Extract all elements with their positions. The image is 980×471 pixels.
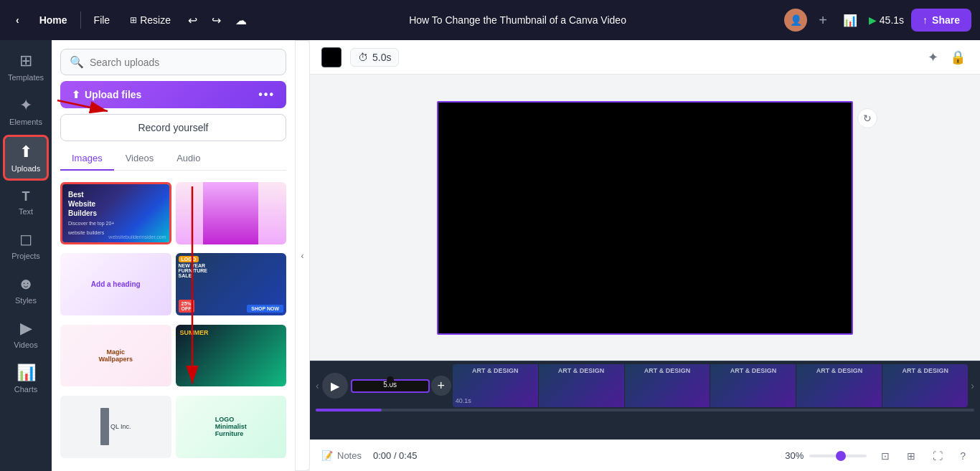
time-counter: 0:00 / 0:45 xyxy=(373,450,417,461)
fit-view-btn[interactable]: ⊡ xyxy=(878,447,892,465)
elements-icon: ✦ xyxy=(19,96,32,115)
grid-item-7[interactable]: QL Inc. xyxy=(60,396,171,458)
grid-item-6[interactable]: SUMMER xyxy=(176,325,287,387)
main-area: ⊞ Templates ✦ Elements ⬆ Uploads T Text … xyxy=(0,40,980,471)
sidebar-label-styles: Styles xyxy=(15,296,37,305)
grid-item-1[interactable]: BestWebsiteBuildersDiscover the top 20+w… xyxy=(60,182,171,244)
templates-icon: ⊞ xyxy=(19,52,32,70)
sidebar-label-charts: Charts xyxy=(14,385,37,394)
nav-home-btn[interactable]: Home xyxy=(32,10,75,30)
timeline: ‹ ▶ 5.0s + ART & DESIGN xyxy=(310,361,980,439)
bottom-bar: 📝 Notes 0:00 / 0:45 30% ⊡ ⊞ ⛶ ? xyxy=(310,439,980,471)
nav-resize-btn[interactable]: ⊞ Resize xyxy=(123,10,178,30)
grid-item-8[interactable]: LOGOMinimalistFurniture xyxy=(176,396,287,458)
art-segment-5: ART & DESIGN xyxy=(796,364,882,407)
timeline-progress-bar-container xyxy=(310,409,980,414)
timeline-right-arrow[interactable]: › xyxy=(971,380,974,391)
upload-more-icon[interactable]: ••• xyxy=(258,88,275,101)
help-btn[interactable]: ? xyxy=(957,447,969,465)
notes-icon: 📝 xyxy=(321,450,333,461)
styles-icon: ☻ xyxy=(17,275,34,293)
analytics-btn[interactable]: 📊 xyxy=(839,9,862,32)
uploads-icon: ⬆ xyxy=(19,143,32,161)
sidebar-item-templates[interactable]: ⊞ Templates xyxy=(3,46,49,87)
share-button[interactable]: ↑ Share xyxy=(911,9,971,32)
magic-wand-btn[interactable]: ✦ xyxy=(925,47,941,68)
add-clip-btn[interactable]: + xyxy=(431,376,451,396)
sidebar-item-charts[interactable]: 📊 Charts xyxy=(3,358,49,399)
toolbar-right: ✦ 🔒 xyxy=(925,47,969,68)
clock-icon: ⏱ xyxy=(358,52,368,63)
canvas-toolbar: ⏱ 5.0s ✦ 🔒 xyxy=(310,40,980,75)
timeline-art-clip[interactable]: ART & DESIGN ART & DESIGN ART & DESIGN A… xyxy=(453,364,969,407)
panel-inner: 🔍 ⬆ Upload files ••• Record yourself Ima… xyxy=(52,40,295,471)
search-icon: 🔍 xyxy=(70,55,84,69)
zoom-slider[interactable] xyxy=(809,455,867,457)
timeline-left-arrow[interactable]: ‹ xyxy=(316,380,319,391)
grid-item-3[interactable]: Add a heading xyxy=(60,253,171,315)
art-segment-2: ART & DESIGN xyxy=(539,364,624,407)
record-yourself-button[interactable]: Record yourself xyxy=(60,114,286,141)
videos-icon: ▶ xyxy=(20,319,32,338)
nav-file-btn[interactable]: File xyxy=(87,10,118,30)
left-sidebar: ⊞ Templates ✦ Elements ⬆ Uploads T Text … xyxy=(0,40,52,471)
sidebar-label-videos: Videos xyxy=(14,341,37,349)
time-badge: ⏱ 5.0s xyxy=(350,48,399,67)
document-title: How To Change the Thumbnail of a Canva V… xyxy=(257,14,778,26)
uploads-panel: 🔍 ⬆ Upload files ••• Record yourself Ima… xyxy=(52,40,296,471)
search-input[interactable] xyxy=(90,57,277,68)
bg-color-swatch[interactable] xyxy=(321,47,341,67)
notes-btn[interactable]: 📝 Notes xyxy=(321,450,362,461)
media-grid: BestWebsiteBuildersDiscover the top 20+w… xyxy=(60,176,286,462)
canvas-area: ⏱ 5.0s ✦ 🔒 ↻ ‹ ▶ xyxy=(310,40,980,471)
play-pause-btn[interactable]: ▶ xyxy=(322,373,348,399)
sidebar-item-styles[interactable]: ☻ Styles xyxy=(3,269,49,310)
upload-files-button[interactable]: ⬆ Upload files ••• xyxy=(60,81,286,108)
tab-images[interactable]: Images xyxy=(60,147,114,171)
charts-icon: 📊 xyxy=(17,363,36,382)
lock-btn[interactable]: 🔒 xyxy=(947,47,969,68)
art-segment-6: ART & DESIGN xyxy=(882,364,968,407)
art-segment-4: ART & DESIGN xyxy=(710,364,796,407)
sidebar-item-videos[interactable]: ▶ Videos xyxy=(3,313,49,355)
play-icon: ▶ xyxy=(869,14,877,26)
timeline-progress-bar[interactable] xyxy=(316,409,974,411)
tab-audio[interactable]: Audio xyxy=(165,147,212,171)
sidebar-item-projects[interactable]: ◻ Projects xyxy=(3,224,49,266)
grid-item-4[interactable]: LOGO NEW YEARFURNITURESALE 25%OFF SHOP N… xyxy=(176,253,287,315)
panel-collapse-btn[interactable]: ‹ xyxy=(296,40,310,471)
cloud-save-btn[interactable]: ☁ xyxy=(231,9,251,32)
zoom-thumb xyxy=(836,451,846,461)
grid-view-btn[interactable]: ⊞ xyxy=(904,447,918,465)
timeline-clip-black[interactable]: 5.0s xyxy=(351,379,430,393)
grid-item-2[interactable] xyxy=(176,182,287,244)
upload-arrow-icon: ⬆ xyxy=(72,89,80,100)
add-collaborator-btn[interactable]: + xyxy=(814,8,831,33)
top-nav: ‹ Home File ⊞ Resize ↩ ↪ ☁ How To Change… xyxy=(0,0,980,40)
canvas-frame[interactable]: ↻ xyxy=(437,101,853,335)
canvas-time: 5.0s xyxy=(372,52,391,63)
sidebar-label-templates: Templates xyxy=(8,73,44,82)
sidebar-label-text: Text xyxy=(19,207,33,216)
share-icon: ↑ xyxy=(923,14,928,26)
nav-chevron-left[interactable]: ‹ xyxy=(9,10,27,30)
fullscreen-btn[interactable]: ⛶ xyxy=(930,447,946,465)
grid-item-5[interactable]: MagicWallpapers xyxy=(60,325,171,387)
play-time-display: ▶ 45.1s xyxy=(869,14,904,26)
art-segment-3: ART & DESIGN xyxy=(625,364,710,407)
nav-right: 👤 + 📊 ▶ 45.1s ↑ Share xyxy=(784,8,971,33)
projects-icon: ◻ xyxy=(19,230,32,249)
nav-divider xyxy=(80,11,81,29)
refresh-btn[interactable]: ↻ xyxy=(857,108,877,128)
user-avatar[interactable]: 👤 xyxy=(784,9,807,32)
sidebar-item-uploads[interactable]: ⬆ Uploads xyxy=(3,135,49,181)
canvas-viewport: ↻ xyxy=(310,75,980,361)
timeline-progress-fill xyxy=(316,409,382,411)
undo-btn[interactable]: ↩ xyxy=(184,9,202,32)
sidebar-item-text[interactable]: T Text xyxy=(3,184,49,222)
tab-videos[interactable]: Videos xyxy=(114,147,166,171)
sidebar-item-elements[interactable]: ✦ Elements xyxy=(3,90,49,132)
redo-btn[interactable]: ↪ xyxy=(207,9,225,32)
search-box[interactable]: 🔍 xyxy=(60,49,286,75)
media-tabs: Images Videos Audio xyxy=(60,147,286,171)
